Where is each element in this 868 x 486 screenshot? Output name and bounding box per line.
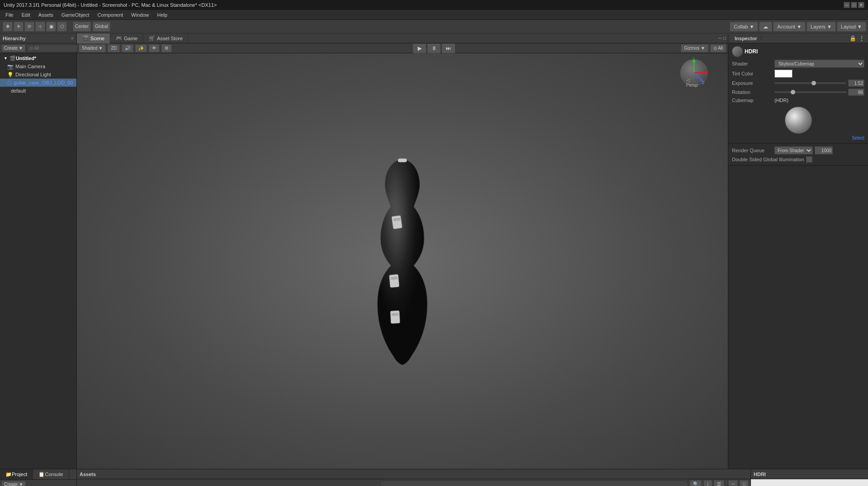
rotate-tool[interactable]: ⟳ (24, 22, 34, 32)
tab-scene[interactable]: 🎬 Scene (77, 33, 110, 43)
global-toggle[interactable]: Global (93, 22, 110, 32)
assets-search-input[interactable] (380, 481, 688, 486)
inspector-select-button[interactable]: Select (852, 136, 864, 140)
persp-label[interactable]: ◁ Persp (686, 78, 702, 88)
viewport-tab-controls: ─ □ (717, 36, 728, 41)
svg-text:Y: Y (692, 57, 695, 60)
scene-extras-btn[interactable]: ⚙ (161, 44, 172, 52)
inspector-tint-label: Tint Color (732, 71, 773, 76)
inspector-shader-row: Shader Skybox/Cubemap (732, 60, 864, 68)
cloud-button[interactable]: ☁ (759, 22, 772, 32)
layout-button[interactable]: Layout ▼ (837, 22, 866, 32)
hierarchy-scene-icon: 🎬 (9, 56, 16, 61)
assets-panel-max[interactable]: □ (740, 480, 749, 486)
project-create-label: Create ▼ (4, 482, 24, 486)
inspector-asset-icon (732, 46, 743, 57)
assets-sort-btn[interactable]: ↕ (703, 480, 712, 486)
viewport[interactable]: Y X Z ◁ Persp (77, 53, 728, 469)
menu-assets[interactable]: Assets (35, 11, 57, 19)
hierarchy-item-untitled[interactable]: ▼ 🎬 Untitled* (0, 54, 76, 62)
inspector-settings-icon[interactable]: ⋮ (858, 35, 865, 42)
maximize-panel-icon[interactable]: □ (723, 36, 726, 41)
viewport-area: 🎬 Scene 🎮 Game 🛒 Asset Store ─ □ Shaded … (77, 33, 728, 469)
menu-window[interactable]: Window (127, 11, 152, 19)
scale-tool[interactable]: ⊹ (35, 22, 45, 32)
account-button[interactable]: Account ▼ (773, 22, 806, 32)
assets-view-btn[interactable]: ☰ (714, 480, 724, 486)
hand-tool[interactable]: ✥ (3, 22, 13, 32)
right-toolbar: Collab ▼ ☁ Account ▼ Layers ▼ Layout ▼ (730, 22, 866, 32)
inspector-title-row: HDRI (732, 46, 864, 57)
inspector-rotation-slider[interactable] (774, 91, 846, 93)
collab-button[interactable]: Collab ▼ (730, 22, 758, 32)
pause-button[interactable]: ⏸ (427, 43, 441, 53)
inspector-exposure-slider[interactable] (774, 82, 846, 84)
scene-visibility-btn[interactable]: 👁 (149, 44, 160, 52)
assets-panel-min[interactable]: ─ (728, 480, 738, 486)
menu-help[interactable]: Help (153, 11, 171, 19)
hierarchy-create-button[interactable]: Create ▼ (2, 45, 25, 52)
scene-gizmo: Y X Z ◁ Persp (678, 57, 710, 89)
close-button[interactable]: ✕ (858, 2, 864, 8)
step-button[interactable]: ⏭ (442, 43, 455, 53)
project-toolbar: Create ▼ (0, 480, 76, 486)
title-bar: Unity 2017.3.1f1 Personal (64bit) - Unti… (0, 0, 868, 10)
hierarchy-item-guitar-case[interactable]: ⬡ guitar_case_OBJ_LOD_00 (0, 79, 76, 87)
inspector-shader-label: Shader (732, 61, 773, 66)
project-create-button[interactable]: Create ▼ (2, 481, 26, 486)
hierarchy-item-camera-icon: 📷 (7, 64, 14, 70)
maximize-button[interactable]: □ (851, 2, 857, 8)
rect-tool[interactable]: ▣ (46, 22, 56, 32)
center-toggle[interactable]: Center (73, 22, 91, 32)
tab-project[interactable]: 📁 Project (0, 469, 33, 479)
inspector-render-queue-select[interactable]: From Shader (774, 146, 813, 154)
shaded-dropdown[interactable]: Shaded ▼ (79, 44, 106, 52)
tab-console[interactable]: 📋 Console (33, 469, 69, 479)
play-controls: ▶ ⏸ ⏭ (413, 43, 455, 53)
inspector-tab[interactable]: Inspector (731, 36, 761, 41)
inspector-rotation-label: Rotation (732, 89, 773, 95)
inspector-exposure-row: Exposure 1.52 (732, 79, 864, 87)
minimize-panel-icon[interactable]: ─ (718, 36, 722, 41)
inspector-double-sided-row: Double Sided Global Illumination (732, 156, 864, 163)
hierarchy-item-main-camera[interactable]: 📷 Main Camera (0, 62, 76, 70)
console-tab-label: Console (45, 472, 63, 477)
menu-component[interactable]: Component (94, 11, 127, 19)
separator-1 (70, 22, 70, 31)
gizmos-btn[interactable]: Gizmos ▼ (681, 44, 708, 52)
move-tool[interactable]: ✛ (14, 22, 24, 32)
play-button[interactable]: ▶ (413, 43, 426, 53)
hierarchy-list: ▼ 🎬 Untitled* 📷 Main Camera 💡 Directiona… (0, 53, 76, 469)
inspector-shader-select[interactable]: Skybox/Cubemap (774, 60, 864, 68)
sound-btn[interactable]: 🔊 (122, 44, 133, 52)
hierarchy-create-arrow: ▼ (19, 46, 23, 51)
layout-label: Layout ▼ (841, 24, 862, 29)
inspector-tint-swatch[interactable] (774, 70, 793, 78)
layers-label: Layers ▼ (811, 24, 832, 29)
transform-tool[interactable]: ⬡ (57, 22, 67, 32)
hierarchy-item-light-label: Directional Light (15, 72, 51, 77)
fx-btn[interactable]: ✨ (135, 44, 147, 52)
console-tab-icon: 📋 (38, 472, 45, 477)
2d-toggle[interactable]: 2D (108, 44, 120, 52)
tab-asset-store[interactable]: 🛒 Asset Store (143, 33, 189, 43)
inspector-lock-icon[interactable]: 🔒 (849, 35, 856, 42)
inspector-double-sided-checkbox[interactable] (806, 156, 812, 163)
inspector-double-sided-label: Double Sided Global Illumination (732, 157, 804, 162)
menu-edit[interactable]: Edit (18, 11, 34, 19)
hierarchy-item-default[interactable]: default (0, 87, 76, 95)
hdri-preview-panel: HDRI AssetBundle None (750, 469, 868, 486)
layers-button[interactable]: Layers ▼ (807, 22, 836, 32)
minimize-button[interactable]: ─ (844, 2, 850, 8)
menu-file[interactable]: File (2, 11, 17, 19)
inspector-render-queue-label: Render Queue (732, 148, 773, 153)
hierarchy-item-directional-light[interactable]: 💡 Directional Light (0, 70, 76, 79)
hdri-preview-label: HDRI (754, 472, 766, 477)
hierarchy-settings-icon[interactable]: ≡ (71, 36, 74, 41)
menu-gameobject[interactable]: GameObject (58, 11, 93, 19)
inspector-panel: Inspector 🔒 ⋮ HDRI Shader Skybox/Cubemap (728, 33, 868, 469)
all-btn[interactable]: ⊙ All (710, 44, 726, 52)
assets-search-icon-btn[interactable]: 🔍 (690, 480, 702, 486)
tab-game[interactable]: 🎮 Game (110, 33, 143, 43)
guitar-case-model (353, 155, 452, 367)
